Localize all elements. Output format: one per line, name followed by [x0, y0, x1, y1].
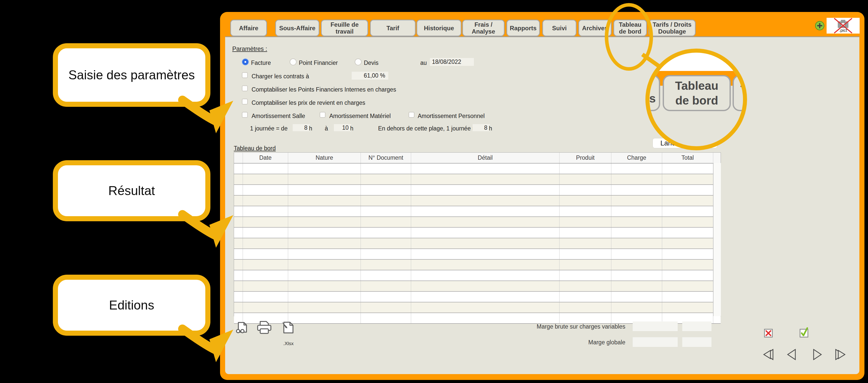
document-preview-icon: [236, 322, 248, 334]
table-cell: [611, 206, 662, 216]
table-row[interactable]: [234, 238, 721, 249]
table-cell: [288, 196, 361, 206]
lens-fragment-label: s: [649, 91, 656, 106]
table-header-cell: Nature: [288, 153, 361, 163]
marge-brute-label: Marge brute sur charges variables: [521, 323, 625, 330]
lens-tab-label-line1: Tableau: [675, 78, 718, 93]
table-row[interactable]: [234, 302, 721, 313]
table-cell: [611, 238, 662, 248]
checkbox-amortissement-salle[interactable]: [242, 112, 248, 118]
table-cell: [234, 164, 243, 174]
tab-affaire[interactable]: Affaire: [230, 20, 267, 36]
table-cell: [611, 260, 662, 270]
plus-icon: [815, 21, 825, 31]
table-row[interactable]: [234, 206, 721, 217]
checkbox-charger-contrats[interactable]: [242, 72, 248, 78]
checkbox-points-financiers-internes[interactable]: [242, 85, 248, 91]
picture-stamp[interactable]: .pict: [827, 18, 860, 34]
table-header-cell: Détail: [411, 153, 560, 163]
table-cell: [288, 313, 361, 323]
callout-resultat: Résultat: [53, 160, 210, 221]
table-cell: [411, 249, 560, 259]
next-record-button[interactable]: [813, 349, 822, 360]
tab-label: Archives: [582, 25, 608, 32]
tab-rapports[interactable]: Rapports: [506, 20, 540, 36]
table-cell: [234, 302, 243, 313]
table-row[interactable]: [234, 260, 721, 270]
table-cell: [560, 281, 611, 291]
tab-suivi[interactable]: Suivi: [542, 20, 577, 36]
day-outside-field[interactable]: 8: [473, 124, 490, 131]
table-cell: [361, 174, 411, 184]
tab-tarif[interactable]: Tarif: [370, 20, 416, 36]
first-record-button[interactable]: [763, 349, 774, 360]
table-cell: [411, 196, 560, 206]
table-cell: [234, 174, 243, 184]
table-cell: [662, 292, 713, 302]
radio-point-financier[interactable]: [290, 58, 297, 65]
table-cell: [560, 228, 611, 238]
previous-record-button[interactable]: [787, 349, 796, 360]
table-row[interactable]: [234, 249, 721, 260]
tab-label: Affaire: [239, 25, 258, 32]
tab-label: Feuille de travail: [323, 21, 366, 35]
table-row[interactable]: [234, 281, 721, 292]
checkbox-amortissement-personnel-label: Amortissement Personnel: [418, 113, 485, 120]
table-cell: [243, 196, 288, 206]
table-cell: [288, 164, 361, 174]
table-cell: [411, 313, 560, 323]
print-button[interactable]: [257, 321, 272, 334]
table-row[interactable]: [234, 164, 721, 174]
export-xlsx-button[interactable]: [281, 321, 294, 334]
table-row[interactable]: [234, 228, 721, 238]
table-cell: [662, 302, 713, 313]
as-of-date-field[interactable]: 18/08/2022: [430, 58, 474, 66]
as-of-label: au: [420, 60, 427, 66]
table-cell: [243, 206, 288, 216]
add-button[interactable]: [815, 21, 825, 31]
table-row[interactable]: [234, 292, 721, 302]
tab-label: Tarif: [386, 25, 399, 32]
day-to-field[interactable]: 10: [334, 124, 351, 131]
tab-frais-analyse[interactable]: Frais / Analyse: [462, 20, 505, 36]
validate-button[interactable]: [800, 329, 808, 337]
table-cell: [288, 206, 361, 216]
table-cell: [560, 313, 611, 323]
table-cell: [560, 174, 611, 184]
xlsx-label: .Xlsx: [281, 341, 296, 346]
radio-devis[interactable]: [355, 58, 362, 65]
tab-tarifs-droits-doublage[interactable]: Tarifs / Droits Doublage: [648, 20, 696, 36]
table-row[interactable]: [234, 270, 721, 281]
table-row[interactable]: [234, 196, 721, 206]
table-header-cell: Produit: [560, 153, 611, 163]
checkbox-amortissement-personnel[interactable]: [409, 112, 414, 118]
table-row[interactable]: [234, 174, 721, 185]
contract-rate-field[interactable]: 61,00 %: [352, 72, 388, 80]
checkbox-prix-de-revient[interactable]: [242, 99, 248, 105]
parameters-section-label: Paramètres :: [232, 45, 267, 52]
table-cell: [234, 281, 243, 291]
checkbox-amortissement-materiel-label: Amortissement Matériel: [329, 113, 391, 120]
table-cell: [234, 313, 243, 323]
tab-label: Frais / Analyse: [464, 21, 502, 35]
table-cell: [560, 302, 611, 313]
table-cell: [288, 260, 361, 270]
table-row[interactable]: [234, 217, 721, 228]
table-cell: [361, 270, 411, 281]
table-row[interactable]: [234, 185, 721, 196]
radio-facture[interactable]: [242, 58, 249, 65]
tab-sous-affaire[interactable]: Sous-Affaire: [275, 20, 319, 36]
table-cell: [411, 185, 560, 195]
tab-panel-tableau-de-bord: Paramètres : Facture Point Financier Dev…: [225, 36, 859, 374]
tab-feuille-de-travail[interactable]: Feuille de travail: [321, 20, 368, 36]
last-record-button[interactable]: [834, 349, 846, 360]
cancel-button[interactable]: [764, 329, 773, 337]
table-cell: [234, 217, 243, 227]
radio-facture-label: Facture: [251, 60, 271, 66]
preview-button[interactable]: [236, 322, 248, 334]
table-cell: [560, 238, 611, 248]
checkbox-amortissement-materiel[interactable]: [320, 112, 326, 118]
day-from-field[interactable]: 8: [293, 124, 310, 131]
table-scrollbar[interactable]: [713, 163, 721, 316]
tab-historique[interactable]: Historique: [416, 20, 461, 36]
